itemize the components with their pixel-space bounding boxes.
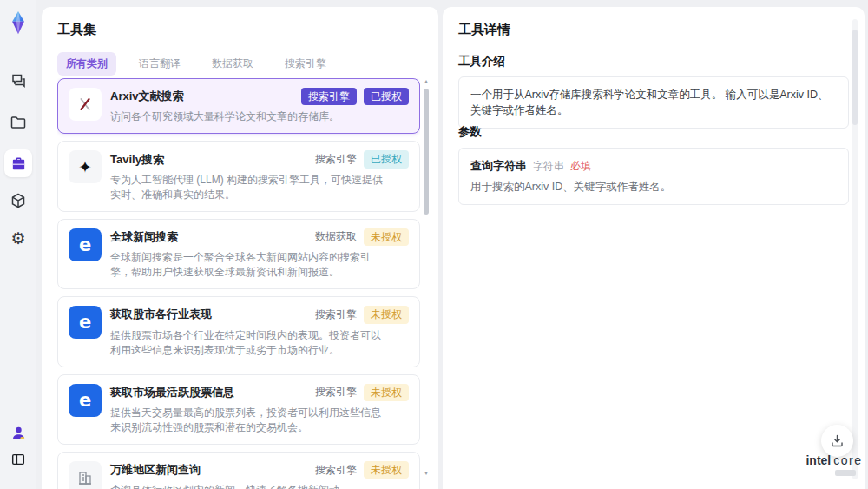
intel-core-badge: intelcore xyxy=(806,453,863,476)
status-badge: 已授权 xyxy=(364,150,409,168)
active-nav-highlight xyxy=(4,149,32,177)
tool-body: 全球新闻搜索 数据获取 未授权 全球新闻搜索是一个聚合全球各大新闻网站内容的搜索… xyxy=(110,228,409,280)
sidebar-item-toolbox[interactable] xyxy=(0,149,36,177)
gear-icon: ⚙ xyxy=(10,230,25,247)
tool-description: 提供当天交易量最高的股票列表，投资者可以利用这些信息来识别流动性强的股票和潜在的… xyxy=(110,406,390,435)
app-logo[interactable] xyxy=(0,10,36,36)
sidebar-item-plugins[interactable] xyxy=(0,192,36,209)
tab-search-engine[interactable]: 搜索引擎 xyxy=(276,52,335,76)
scroll-up-icon[interactable]: ▲ xyxy=(423,78,430,85)
sidebar-item-collapse[interactable] xyxy=(0,452,36,467)
panel-toggle-icon xyxy=(10,452,26,467)
status-badge: 未授权 xyxy=(364,228,409,246)
tab-data-fetch[interactable]: 数据获取 xyxy=(203,52,262,76)
detail-scrollbar[interactable] xyxy=(852,19,858,479)
list-scrollbar[interactable]: ▲ ▼ xyxy=(423,78,430,483)
param-type: 字符串 xyxy=(533,159,564,174)
tab-all-categories[interactable]: 所有类别 xyxy=(57,52,116,76)
sidebar-rail: ⚙ xyxy=(0,0,36,489)
tool-list-panel: 工具集 所有类别 语言翻译 数据获取 搜索引擎 Arxiv文献搜索 搜索引擎 已… xyxy=(42,7,438,489)
tool-description: 访问各个研究领域大量科学论文和文章的存储库。 xyxy=(110,109,390,124)
category-label: 搜索引擎 xyxy=(315,307,357,322)
intel-badge-subtag xyxy=(835,470,856,476)
tool-body: 获取市场最活跃股票信息 搜索引擎 未授权 提供当天交易量最高的股票列表，投资者可… xyxy=(110,384,409,435)
intro-text-box: 一个用于从Arxiv存储库搜索科学论文和文章的工具。 输入可以是Arxiv ID… xyxy=(458,76,849,129)
scrollbar-thumb[interactable] xyxy=(424,89,429,215)
tool-body: Arxiv文献搜索 搜索引擎 已授权 访问各个研究领域大量科学论文和文章的存储库… xyxy=(110,88,409,124)
tool-description: 全球新闻搜索是一个聚合全球各大新闻网站内容的搜索引擎，帮助用户快速获取全球最新资… xyxy=(110,250,390,280)
sidebar-item-chat[interactable] xyxy=(0,72,36,89)
category-badge: 搜索引擎 xyxy=(301,88,357,105)
cube-icon xyxy=(10,192,27,209)
tool-detail-panel: 工具详情 工具介绍 一个用于从Arxiv存储库搜索科学论文和文章的工具。 输入可… xyxy=(443,7,865,489)
tool-name: 获取市场最活跃股票信息 xyxy=(110,385,234,400)
tool-name: Tavily搜索 xyxy=(110,152,164,168)
chat-icon xyxy=(10,72,27,89)
category-tabs: 所有类别 语言翻译 数据获取 搜索引擎 xyxy=(57,52,335,76)
toolbox-icon xyxy=(10,155,27,172)
category-label: 数据获取 xyxy=(315,229,357,244)
status-badge: 未授权 xyxy=(364,461,409,479)
tool-name: Arxiv文献搜索 xyxy=(110,89,184,104)
status-badge: 未授权 xyxy=(364,306,409,323)
folder-icon xyxy=(10,114,27,131)
param-description: 用于搜索的Arxiv ID、关键字或作者姓名。 xyxy=(470,180,837,195)
tab-language-translation[interactable]: 语言翻译 xyxy=(130,52,189,76)
finance-logo-icon: e xyxy=(69,384,102,417)
page-title: 工具集 xyxy=(57,22,96,38)
tool-card-most-active-stocks[interactable]: e 获取市场最活跃股票信息 搜索引擎 未授权 提供当天交易量最高的股票列表，投资… xyxy=(57,374,420,445)
tool-body: Tavily搜索 搜索引擎 已授权 专为人工智能代理 (LLM) 构建的搜索引擎… xyxy=(110,150,409,202)
sidebar-item-settings[interactable]: ⚙ xyxy=(0,230,36,247)
params-heading: 参数 xyxy=(458,124,482,140)
param-name: 查询字符串 xyxy=(470,158,527,174)
tool-card-global-news[interactable]: e 全球新闻搜索 数据获取 未授权 全球新闻搜索是一个聚合全球各大新闻网站内容的… xyxy=(57,219,420,289)
news-logo-icon: e xyxy=(69,228,102,261)
app-logo-icon xyxy=(5,10,31,36)
status-badge: 未授权 xyxy=(364,384,409,401)
param-required-flag: 必填 xyxy=(570,159,591,174)
tavily-logo-icon: ✦ xyxy=(69,150,102,183)
category-label: 搜索引擎 xyxy=(315,385,357,400)
tool-name: 万维地区新闻查询 xyxy=(110,462,201,478)
download-button[interactable] xyxy=(821,425,853,457)
building-logo-icon xyxy=(69,461,102,489)
tool-description: 查询具体行政区划内的新闻，快速了解各地新闻动 xyxy=(110,483,390,489)
core-wordmark: core xyxy=(833,453,862,467)
finance-logo-icon: e xyxy=(69,306,102,339)
sidebar-item-files[interactable] xyxy=(0,114,36,131)
tool-description: 提供股票市场各个行业在特定时间段内的表现。投资者可以利用这些信息来识别表现优于或… xyxy=(110,328,390,358)
scroll-down-icon[interactable]: ▼ xyxy=(423,470,430,477)
tool-name: 全球新闻搜索 xyxy=(110,229,178,245)
tool-body: 万维地区新闻查询 搜索引擎 未授权 查询具体行政区划内的新闻，快速了解各地新闻动 xyxy=(110,461,409,489)
arxiv-logo-icon xyxy=(69,88,102,121)
category-label: 搜索引擎 xyxy=(315,463,357,478)
tool-card-sector-performance[interactable]: e 获取股市各行业表现 搜索引擎 未授权 提供股票市场各个行业在特定时间段内的表… xyxy=(57,296,420,367)
scrollbar-thumb[interactable] xyxy=(852,30,858,125)
tool-card-regional-news[interactable]: 万维地区新闻查询 搜索引擎 未授权 查询具体行政区划内的新闻，快速了解各地新闻动 xyxy=(57,452,420,489)
tool-description: 专为人工智能代理 (LLM) 构建的搜索引擎工具，可快速提供实时、准确和真实的结… xyxy=(110,173,390,202)
tool-card-arxiv[interactable]: Arxiv文献搜索 搜索引擎 已授权 访问各个研究领域大量科学论文和文章的存储库… xyxy=(57,78,420,134)
tool-card-tavily[interactable]: ✦ Tavily搜索 搜索引擎 已授权 专为人工智能代理 (LLM) 构建的搜索… xyxy=(57,141,420,211)
tool-name: 获取股市各行业表现 xyxy=(110,307,212,322)
sidebar-item-account[interactable] xyxy=(0,425,36,441)
category-label: 搜索引擎 xyxy=(315,152,357,167)
detail-title: 工具详情 xyxy=(458,22,510,38)
tool-body: 获取股市各行业表现 搜索引擎 未授权 提供股票市场各个行业在特定时间段内的表现。… xyxy=(110,306,409,357)
download-icon xyxy=(830,433,845,448)
parameter-card: 查询字符串 字符串 必填 用于搜索的Arxiv ID、关键字或作者姓名。 xyxy=(458,148,849,205)
intro-heading: 工具介绍 xyxy=(458,54,505,69)
status-badge: 已授权 xyxy=(364,88,409,105)
user-icon xyxy=(10,425,27,441)
tool-list: Arxiv文献搜索 搜索引擎 已授权 访问各个研究领域大量科学论文和文章的存储库… xyxy=(57,78,420,489)
intel-wordmark: intel xyxy=(806,453,831,467)
